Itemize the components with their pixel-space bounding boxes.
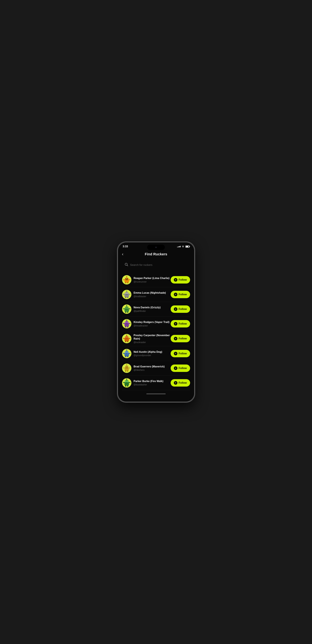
svg-rect-55 xyxy=(127,326,128,328)
battery-icon xyxy=(185,246,189,248)
avatar xyxy=(122,364,131,373)
svg-point-108 xyxy=(126,381,126,382)
wifi-icon xyxy=(182,246,184,248)
follow-button[interactable]: + Follow xyxy=(171,320,190,328)
user-handle: @treadtracker xyxy=(134,324,171,327)
svg-rect-95 xyxy=(125,366,128,368)
svg-rect-81 xyxy=(129,353,130,354)
svg-point-36 xyxy=(127,308,128,308)
svg-line-1 xyxy=(127,265,128,266)
user-handle: @ruckraider xyxy=(134,341,171,344)
svg-rect-24 xyxy=(123,294,124,295)
svg-rect-41 xyxy=(127,311,128,313)
follow-button[interactable]: + Follow xyxy=(171,379,190,386)
svg-rect-66 xyxy=(123,338,124,339)
svg-point-78 xyxy=(127,352,128,352)
svg-point-22 xyxy=(127,293,128,294)
svg-point-43 xyxy=(126,305,127,306)
phone-frame: 3:33 xyxy=(117,242,195,402)
follow-button[interactable]: + Follow xyxy=(171,350,190,357)
main-content[interactable]: ‹ Find Ruckers Search for ruckers xyxy=(118,250,194,398)
plus-icon: + xyxy=(174,337,177,340)
svg-rect-40 xyxy=(125,311,126,313)
list-item: Nova Daniels (Grizzly) @pathfinder + Fol… xyxy=(122,302,190,316)
follow-label: Follow xyxy=(179,278,187,281)
svg-rect-10 xyxy=(123,279,124,280)
follow-label: Follow xyxy=(179,367,187,370)
svg-rect-80 xyxy=(123,353,124,354)
svg-rect-13 xyxy=(127,282,128,283)
follow-button[interactable]: + Follow xyxy=(171,276,190,284)
follow-button[interactable]: + Follow xyxy=(171,291,190,298)
follow-button[interactable]: + Follow xyxy=(171,335,190,342)
avatar xyxy=(122,349,131,358)
user-name: Parker Burke (Fire Walk) xyxy=(134,380,171,383)
svg-rect-99 xyxy=(125,370,126,372)
svg-point-57 xyxy=(126,320,127,321)
user-handle: @trailblaster xyxy=(134,295,171,298)
plus-icon: + xyxy=(174,307,177,311)
back-button[interactable]: ‹ xyxy=(122,251,125,257)
svg-rect-82 xyxy=(125,356,126,357)
user-name: Kinsley Rodgers (Vapor Trail) xyxy=(134,320,171,324)
svg-rect-114 xyxy=(127,385,128,386)
svg-rect-68 xyxy=(125,341,126,342)
svg-point-15 xyxy=(126,276,127,277)
svg-point-8 xyxy=(127,278,128,279)
follow-label: Follow xyxy=(179,293,187,296)
list-item: Presley Carpenter (November Rain) @ruckr… xyxy=(122,331,190,346)
user-list: Reagan Parker (Lima Charlie) @ruckrunner… xyxy=(122,272,190,390)
svg-point-85 xyxy=(126,350,127,350)
svg-rect-67 xyxy=(129,338,130,339)
svg-rect-52 xyxy=(123,323,124,324)
user-name: Presley Carpenter (November Rain) xyxy=(134,334,171,340)
svg-rect-9 xyxy=(126,280,128,280)
svg-rect-96 xyxy=(125,368,128,368)
user-name: Emma Lucas (Nightshade) xyxy=(134,291,171,295)
follow-label: Follow xyxy=(179,352,187,355)
svg-rect-53 xyxy=(129,323,130,324)
follow-button[interactable]: + Follow xyxy=(171,306,190,313)
list-item: Kinsley Rodgers (Vapor Trail) @treadtrac… xyxy=(122,316,190,331)
user-handle: @pathfinder xyxy=(134,310,171,312)
avatar xyxy=(122,275,131,284)
avatar xyxy=(122,319,131,328)
plus-icon: + xyxy=(174,278,177,282)
plus-icon: + xyxy=(174,352,177,355)
list-item: Reagan Parker (Lima Charlie) @ruckrunner… xyxy=(122,272,190,287)
avatar xyxy=(122,304,131,314)
svg-rect-87 xyxy=(127,354,128,354)
svg-rect-100 xyxy=(127,370,128,372)
svg-rect-110 xyxy=(126,382,128,383)
svg-rect-97 xyxy=(123,368,125,368)
svg-rect-86 xyxy=(126,354,126,354)
search-placeholder: Search for ruckers xyxy=(130,264,152,266)
search-bar[interactable]: Search for ruckers xyxy=(122,260,190,269)
svg-rect-23 xyxy=(126,294,128,295)
svg-point-49 xyxy=(126,322,126,323)
plus-icon: + xyxy=(174,381,177,385)
svg-point-109 xyxy=(127,381,128,382)
list-item: Neil Austin (Alpha Dog) @groundpounder +… xyxy=(122,346,190,361)
svg-point-102 xyxy=(126,364,127,365)
user-handle: @groundpounder xyxy=(134,354,171,356)
home-bar xyxy=(146,394,166,394)
page-header: ‹ Find Ruckers xyxy=(122,250,190,260)
dynamic-island xyxy=(147,244,165,250)
svg-point-71 xyxy=(126,335,127,336)
plus-icon: + xyxy=(174,322,177,326)
list-item: Brad Guerrero (Maverick) @hikehero + Fol… xyxy=(122,361,190,376)
follow-label: Follow xyxy=(179,308,187,310)
follow-label: Follow xyxy=(179,337,187,340)
svg-rect-38 xyxy=(123,308,124,309)
user-handle: @dustdasher xyxy=(134,383,171,386)
svg-rect-39 xyxy=(129,308,130,309)
svg-rect-111 xyxy=(123,382,124,383)
user-name: Reagan Parker (Lima Charlie) xyxy=(134,276,171,280)
svg-rect-26 xyxy=(125,297,126,298)
svg-rect-37 xyxy=(126,309,128,310)
svg-rect-83 xyxy=(127,356,128,357)
follow-button[interactable]: + Follow xyxy=(171,364,190,372)
svg-rect-12 xyxy=(125,282,126,283)
svg-rect-51 xyxy=(126,324,128,324)
